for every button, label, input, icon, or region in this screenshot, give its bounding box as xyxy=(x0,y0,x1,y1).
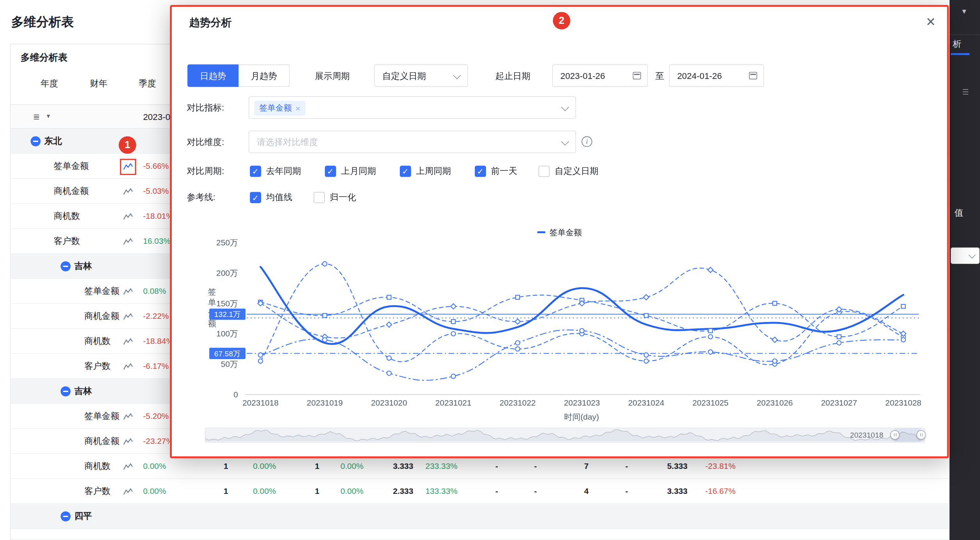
row-cell: 2.333 xyxy=(393,479,413,503)
line-chart-icon[interactable] xyxy=(123,462,133,470)
period-select-value: 自定义日期 xyxy=(382,65,426,86)
checkbox-option[interactable]: 自定义日期 xyxy=(538,165,599,177)
chevron-down-icon[interactable]: ▼ xyxy=(46,113,51,120)
collapse-icon[interactable] xyxy=(30,136,41,147)
screen: 多维分析表 多维分析表 年度财年季度 ≣ ▼ 2023-0 东北签单金额-5.6… xyxy=(0,0,980,540)
line-chart-icon[interactable] xyxy=(123,487,133,495)
trend-granularity-tabs: 日趋势月趋势 xyxy=(187,64,290,87)
checkbox-label: 前一天 xyxy=(491,166,517,177)
svg-text:20231023: 20231023 xyxy=(564,398,600,407)
zoom-handle-right[interactable] xyxy=(916,430,926,440)
svg-text:签: 签 xyxy=(208,287,216,296)
data-zoom-brush[interactable]: 20231018 xyxy=(205,427,925,442)
svg-text:20231018: 20231018 xyxy=(242,398,279,407)
collapse-icon[interactable] xyxy=(61,386,71,397)
checkbox-option[interactable]: 前一天 xyxy=(475,165,517,177)
page-title: 多维分析表 xyxy=(11,14,74,30)
svg-text:20231022: 20231022 xyxy=(499,398,536,407)
line-chart-icon[interactable] xyxy=(123,312,133,320)
row-label: 客户数 xyxy=(84,354,110,378)
svg-text:200万: 200万 xyxy=(216,268,238,277)
table-tab[interactable]: 财年 xyxy=(90,78,107,89)
tree-expand-icon[interactable]: ≣ xyxy=(33,112,40,121)
line-chart-icon[interactable] xyxy=(123,362,133,370)
checkbox[interactable] xyxy=(250,166,261,177)
menu-icon[interactable]: ☰ xyxy=(962,88,969,96)
row-label: 签单金额 xyxy=(54,154,89,178)
metric-label: 对比指标: xyxy=(187,96,224,119)
table-row[interactable]: 客户数0.00%10.00%10.00%2.333133.33%--4-3.33… xyxy=(11,479,949,504)
line-chart-icon[interactable] xyxy=(123,412,133,420)
row-cell: 133.33% xyxy=(426,479,458,503)
row-value: 16.03% xyxy=(143,229,171,253)
row-label: 商机数 xyxy=(84,454,110,478)
checkbox[interactable] xyxy=(475,166,486,177)
line-chart-icon[interactable] xyxy=(123,287,133,295)
svg-text:250万: 250万 xyxy=(216,240,238,247)
period-label: 展示周期 xyxy=(315,64,350,87)
metric-select[interactable]: 签单金额 × xyxy=(249,96,576,119)
checkbox-option[interactable]: 上月同期 xyxy=(325,165,376,177)
checkbox-option[interactable]: 均值线 xyxy=(250,191,292,204)
period-select[interactable]: 自定义日期 xyxy=(374,64,468,87)
svg-text:时间(day): 时间(day) xyxy=(564,412,599,421)
checkbox[interactable] xyxy=(400,166,411,177)
checkbox-label: 去年同期 xyxy=(266,166,301,177)
panel-select[interactable] xyxy=(951,248,980,264)
refline-label: 参考线: xyxy=(187,186,215,208)
table-row[interactable]: 四平 xyxy=(11,504,949,529)
checkbox[interactable] xyxy=(325,166,336,177)
checkbox[interactable] xyxy=(314,192,325,203)
panel-tab[interactable]: 析 xyxy=(953,39,961,50)
dimension-label: 对比维度: xyxy=(187,131,224,153)
tag-remove-icon[interactable]: × xyxy=(296,104,300,113)
row-cell: 1 xyxy=(224,479,228,503)
row-label: 商机金额 xyxy=(84,304,119,328)
svg-text:20231025: 20231025 xyxy=(692,398,729,407)
row-label: 东北 xyxy=(45,129,62,153)
line-chart-icon[interactable] xyxy=(123,337,133,345)
row-value: -23.27% xyxy=(143,429,173,453)
checkbox-label: 均值线 xyxy=(266,192,292,203)
checkbox[interactable] xyxy=(250,192,261,203)
right-config-panel: ▼ 析 ☰ 值 xyxy=(950,0,980,540)
legend-item[interactable]: 签单金额 xyxy=(537,227,582,238)
row-value: -6.17% xyxy=(143,354,169,378)
checkbox-option[interactable]: 上周同期 xyxy=(400,165,451,177)
collapse-icon[interactable] xyxy=(61,511,71,522)
line-chart-icon[interactable] xyxy=(123,437,133,445)
compare-label: 对比周期: xyxy=(187,159,224,182)
row-value: 0.08% xyxy=(143,279,166,303)
checkbox-label: 自定义日期 xyxy=(555,166,599,177)
row-label: 签单金额 xyxy=(84,404,119,428)
granularity-tab[interactable]: 日趋势 xyxy=(187,64,239,87)
zoom-handle-left[interactable] xyxy=(890,430,900,440)
collapse-icon[interactable] xyxy=(61,261,71,272)
chevron-down-icon[interactable]: ▼ xyxy=(961,7,968,15)
granularity-tab[interactable]: 月趋势 xyxy=(239,64,290,87)
line-chart-icon[interactable] xyxy=(123,212,133,220)
checkbox-option[interactable]: 归一化 xyxy=(314,191,356,204)
legend-label: 签单金额 xyxy=(549,227,582,238)
line-chart-icon[interactable] xyxy=(123,237,133,245)
row-value: -2.22% xyxy=(143,304,169,328)
checkbox[interactable] xyxy=(538,166,550,177)
table-tab[interactable]: 季度 xyxy=(139,78,156,89)
info-icon[interactable]: i xyxy=(582,136,592,147)
end-date-input[interactable]: 2024-01-26 xyxy=(669,64,764,87)
line-chart-icon[interactable] xyxy=(123,187,133,195)
checkbox-option[interactable]: 去年同期 xyxy=(250,165,301,177)
range-label: 起止日期 xyxy=(495,64,531,87)
table-tab[interactable]: 年度 xyxy=(41,78,58,89)
trend-chart[interactable]: 050万100万150万200万250万签单金额2023101820231019… xyxy=(202,240,927,425)
metric-tag[interactable]: 签单金额 × xyxy=(254,101,305,116)
row-cell: - xyxy=(495,479,498,503)
dimension-select[interactable]: 请选择对比维度 xyxy=(249,131,576,153)
svg-text:单: 单 xyxy=(208,298,216,307)
start-date-input[interactable]: 2023-01-26 xyxy=(552,64,648,87)
close-icon[interactable]: × xyxy=(921,12,940,30)
row-value: 0.00% xyxy=(143,479,166,503)
svg-text:100万: 100万 xyxy=(216,329,238,338)
chevron-down-icon xyxy=(969,252,976,259)
row-label: 商机数 xyxy=(84,329,110,353)
